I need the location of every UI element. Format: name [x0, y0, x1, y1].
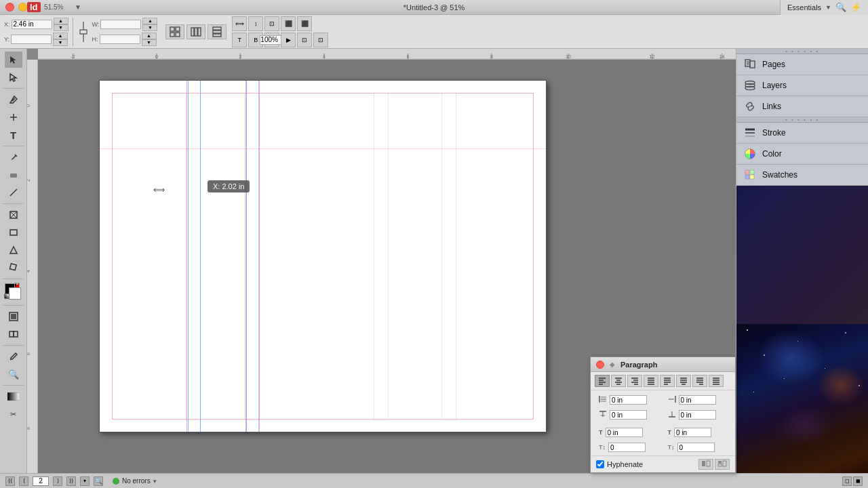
eraser-tool[interactable]	[5, 167, 22, 183]
baseline-input[interactable]	[608, 443, 646, 452]
status-bar: ⟨⟨ ⟨ ⟩ ⟩⟩ ▾ 🔍 No errors ▾ ◻ ◼	[0, 473, 868, 488]
select-tool[interactable]	[5, 52, 22, 68]
prev-page-btn[interactable]: ⟨⟨	[5, 476, 15, 486]
document-title: *Untitled-3 @ 51%	[403, 3, 465, 12]
toolbar-divider-6	[3, 345, 24, 346]
rotate-spread[interactable]	[5, 326, 22, 342]
dist-v-btn[interactable]: ↕	[248, 16, 263, 31]
line-tool[interactable]	[5, 184, 22, 201]
drop-cap-chars-input[interactable]	[674, 428, 711, 437]
align-top-btn[interactable]: T	[232, 33, 247, 47]
panel-item-layers[interactable]: Layers	[736, 75, 868, 96]
shape-tools[interactable]	[5, 242, 22, 258]
zoom-tool[interactable]: 🔍	[5, 366, 22, 382]
align-justify-last-right-btn[interactable]	[692, 375, 707, 387]
align-r-btn[interactable]: ⬛	[297, 16, 312, 31]
space-after-input[interactable]	[679, 410, 716, 420]
rows-btn[interactable]	[208, 24, 226, 39]
close-button[interactable]	[5, 3, 14, 12]
align-right-btn[interactable]	[627, 375, 642, 387]
y-down-btn[interactable]: ▼	[53, 39, 68, 46]
zoom-btn[interactable]	[264, 33, 279, 47]
errors-label: No errors	[122, 477, 151, 485]
frame-fit-btn[interactable]: ⊡	[297, 33, 312, 47]
w-up-btn[interactable]: ▲	[142, 18, 157, 24]
dist-h-btn[interactable]: ⟺	[232, 16, 247, 31]
gradient-swatch[interactable]	[5, 388, 22, 405]
constrain-icon[interactable]	[77, 20, 90, 44]
page-options-btn[interactable]: ▾	[80, 476, 90, 486]
align-justify-all-btn[interactable]	[709, 375, 724, 387]
collapse-panel-btn[interactable]: ◻	[842, 476, 852, 486]
essentials-dropdown[interactable]: ▼	[825, 4, 831, 11]
pen-tool[interactable]	[5, 92, 22, 108]
zoom-arrow-btn[interactable]: ▶	[281, 33, 296, 47]
rect-tool[interactable]	[5, 224, 22, 241]
frame-tool[interactable]	[5, 207, 22, 223]
last-page-btn[interactable]: ⟩⟩	[66, 476, 76, 486]
lightning-icon[interactable]: ⚡	[850, 2, 861, 12]
panel-item-color[interactable]: Color	[736, 144, 868, 165]
svg-rect-8	[213, 30, 221, 33]
ruler-top: -2 0 2 4 6 8 10 12 14	[38, 49, 736, 60]
h-input[interactable]	[100, 35, 140, 44]
align-left-btn[interactable]	[595, 375, 610, 387]
direct-select-tool[interactable]	[5, 69, 22, 85]
w-input[interactable]	[100, 20, 141, 29]
panel-item-pages[interactable]: Pages	[736, 54, 868, 75]
baseline2-input[interactable]	[677, 443, 715, 452]
next-page-btn[interactable]: ⟩	[53, 476, 62, 486]
svg-rect-9	[213, 34, 221, 37]
align-l-btn[interactable]: ⬛	[281, 16, 296, 31]
toolbar-divider-7	[3, 385, 24, 386]
transform-tool[interactable]	[5, 260, 22, 276]
hyp-btn-1[interactable]	[698, 459, 713, 470]
h-down-btn[interactable]: ▼	[142, 39, 157, 46]
align-center-btn[interactable]	[611, 375, 626, 387]
indent-left-input[interactable]	[610, 395, 647, 405]
hyphenate-checkbox[interactable]	[596, 460, 604, 468]
x-down-btn[interactable]: ▼	[54, 24, 68, 31]
prev-page-btn2[interactable]: ⟨	[19, 476, 28, 486]
space-before-input[interactable]	[610, 410, 647, 420]
paragraph-panel-close[interactable]	[596, 361, 604, 369]
stroke-icon	[743, 127, 757, 139]
panel-item-swatches[interactable]: Swatches	[736, 165, 868, 186]
svg-marker-19	[10, 247, 17, 253]
expand-panel-btn[interactable]: ◼	[853, 476, 863, 486]
preview-mode[interactable]	[5, 308, 22, 325]
minimize-button[interactable]	[18, 3, 27, 12]
dist-spacing-btn[interactable]: ⊡	[264, 16, 279, 31]
eyedropper-tool[interactable]	[5, 348, 22, 365]
panel-item-stroke[interactable]: Stroke	[736, 123, 868, 144]
pencil-tool[interactable]	[5, 149, 22, 165]
zoom-mag-btn[interactable]: 🔍	[94, 476, 103, 486]
x-input[interactable]	[12, 20, 52, 29]
indent-right-input[interactable]	[679, 395, 716, 405]
x-up-btn[interactable]: ▲	[54, 18, 68, 24]
page-number-input[interactable]	[33, 476, 49, 486]
scissors-tool[interactable]: ✂	[5, 406, 22, 422]
color-boxes[interactable]	[5, 283, 22, 301]
zoom-display[interactable]: 51.5%	[44, 3, 63, 11]
h-up-btn[interactable]: ▲	[142, 33, 157, 39]
add-anchor-tool[interactable]	[5, 109, 22, 125]
align-justify-btn[interactable]	[644, 375, 658, 387]
zoom-dropdown[interactable]: ▼	[75, 3, 81, 11]
grid-view-btn[interactable]	[165, 24, 184, 39]
search-icon[interactable]: 🔍	[835, 2, 846, 12]
w-down-btn[interactable]: ▼	[142, 24, 157, 31]
y-up-btn[interactable]: ▲	[53, 33, 68, 39]
align-justify-last-center-btn[interactable]	[676, 375, 691, 387]
errors-dropdown[interactable]: ▾	[153, 478, 157, 485]
hyp-btn-2[interactable]	[715, 459, 730, 470]
type-tool[interactable]: T	[5, 127, 22, 143]
align-justify-last-left-btn[interactable]	[660, 375, 675, 387]
document-page[interactable]	[99, 80, 547, 432]
columns-btn[interactable]	[186, 24, 205, 39]
content-fit-btn[interactable]: ⊡	[313, 33, 328, 47]
panel-item-links[interactable]: Links	[736, 96, 868, 117]
paragraph-panel-header[interactable]: ◆ Paragraph	[591, 357, 735, 372]
y-input[interactable]	[11, 35, 52, 44]
drop-cap-lines-input[interactable]	[606, 428, 643, 437]
